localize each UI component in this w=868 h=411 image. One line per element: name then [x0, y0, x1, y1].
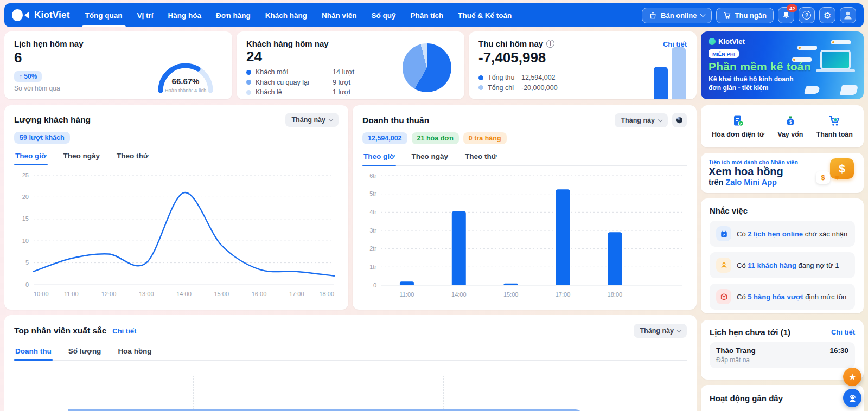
upcoming-detail-link[interactable]: Chi tiết	[831, 328, 855, 336]
nav-item-don-hang[interactable]: Đơn hàng	[216, 3, 251, 27]
appointments-change-badge: ↑ 50%	[14, 71, 42, 82]
top-staff-period-dropdown[interactable]: Tháng này	[634, 324, 687, 338]
cashflow-today-card: Thu chi hôm nay i Chi tiết -7,405,998 Tổ…	[469, 31, 697, 99]
svg-text:5: 5	[25, 259, 29, 266]
support-floating-button[interactable]	[843, 389, 861, 407]
reminder-stock-limit[interactable]: Có 5 hàng hóa vượt định mức tồn	[710, 284, 855, 310]
legend-value: 1 lượt	[333, 88, 361, 96]
quick-link-loans[interactable]: $ Vay vốn	[777, 114, 803, 138]
legend-label: Khách mới	[256, 68, 325, 76]
quick-link-label: Hóa đơn điện tử	[712, 131, 764, 138]
tab-doanh-thu[interactable]: Doanh thu	[14, 346, 53, 360]
user-icon	[716, 258, 731, 273]
legend-dot	[246, 80, 251, 85]
reminder-online-appointments[interactable]: Có 2 lịch hẹn online chờ xác nhận	[710, 221, 855, 247]
right-sidebar: KiotViet MIỄN PHÍ Phần mềm kế toán Kê kh…	[701, 31, 864, 411]
revenue-period-dropdown[interactable]: Tháng này	[615, 113, 668, 127]
help-button[interactable]: ?	[799, 7, 815, 23]
svg-text:Hoàn thành: 4 lịch: Hoàn thành: 4 lịch	[165, 87, 207, 93]
quick-link-label: Thanh toán	[816, 131, 853, 138]
ban-online-button[interactable]: Bán online	[642, 8, 711, 23]
reminders-title: Nhắc việc	[710, 206, 855, 215]
reminder-link: 11 khách hàng	[748, 261, 796, 269]
tab-theo-gio[interactable]: Theo giờ	[362, 151, 396, 165]
quick-links-card: Hóa đơn điện tử $ Vay vốn Thanh toán	[701, 105, 864, 147]
legend-label: Tổng chi	[488, 84, 521, 92]
e-invoice-icon	[732, 114, 745, 127]
chevron-down-icon	[700, 11, 705, 17]
top-staff-card: Top nhân viên xuất sắc Chi tiết Tháng nà…	[4, 315, 697, 411]
zalo-app-link: Zalo Mini App	[725, 178, 777, 187]
svg-text:2tr: 2tr	[369, 245, 376, 252]
nav-item-vi-tri[interactable]: Vị trí	[137, 3, 154, 27]
nav-item-nhan-vien[interactable]: Nhân viên	[322, 3, 357, 27]
settings-button[interactable]: ⚙	[819, 7, 835, 23]
reminder-text: đang nợ từ 1	[796, 261, 839, 269]
nav-item-hang-hoa[interactable]: Hàng hóa	[168, 3, 202, 27]
visitors-period-dropdown[interactable]: Tháng này	[285, 113, 339, 127]
appointment-item[interactable]: Thảo Trang 16:30 Đắp mặt nạ	[710, 342, 855, 368]
tab-theo-thu[interactable]: Theo thứ	[116, 151, 150, 165]
nav-item-phan-tich[interactable]: Phân tích	[410, 3, 443, 27]
zalo-mini-app-banner[interactable]: Tiện ích mới dành cho Nhân viên Xem hoa …	[701, 153, 864, 193]
svg-text:14:00: 14:00	[451, 291, 467, 298]
legend-label: Khách cũ quay lại	[256, 79, 325, 86]
top-staff-detail-link[interactable]: Chi tiết	[112, 327, 136, 335]
quick-link-payments[interactable]: Thanh toán	[816, 114, 853, 138]
reminder-customer-debt[interactable]: Có 11 khách hàng đang nợ từ 1	[710, 252, 855, 278]
thu-ngan-label: Thu ngân	[735, 11, 767, 20]
accounting-promo-banner[interactable]: KiotViet MIỄN PHÍ Phần mềm kế toán Kê kh…	[701, 31, 864, 99]
legend-value: 14 lượt	[333, 68, 361, 76]
box-icon	[716, 289, 731, 304]
pie-chart-icon	[675, 116, 684, 124]
chevron-down-icon	[658, 117, 662, 121]
pie-view-toggle-button[interactable]	[672, 113, 687, 127]
top-staff-bar-chart	[14, 367, 687, 411]
mini-bar	[654, 67, 668, 99]
tab-theo-ngay[interactable]: Theo ngày	[62, 151, 101, 165]
dashboard-content: Lịch hẹn hôm nay 6 ↑ 50% So với hôm qua …	[4, 31, 697, 411]
calendar-icon	[716, 226, 731, 241]
invoice-count-badge: 21 hóa đơn	[412, 132, 459, 144]
tab-theo-thu[interactable]: Theo thứ	[464, 151, 498, 165]
tab-so-luong[interactable]: Số lượng	[67, 346, 103, 360]
visitors-count-badge: 59 lượt khách	[14, 132, 70, 144]
revenue-badges: 12,594,002 21 hóa đơn 0 trả hàng	[362, 132, 687, 144]
upcoming-appointments-card: Lịch hẹn chưa tới (1) Chi tiết Thảo Tran…	[701, 320, 864, 380]
thu-ngan-button[interactable]: Thu ngân	[716, 8, 774, 23]
avatar-icon	[843, 10, 853, 21]
revenue-amount-badge: 12,594,002	[362, 132, 407, 144]
banner-brand: KiotViet	[718, 37, 745, 46]
book-illustration	[804, 86, 820, 94]
svg-text:12:00: 12:00	[101, 291, 117, 297]
tab-theo-gio[interactable]: Theo giờ	[14, 151, 48, 165]
brand-name: KiotViet	[34, 10, 70, 21]
reminder-link: 2 lịch hẹn online	[748, 230, 803, 238]
appointments-title: Lịch hẹn hôm nay	[14, 39, 222, 48]
nav-item-thue-ke-toan[interactable]: Thuế & Kế toán	[458, 3, 512, 27]
notifications-button[interactable]: 42	[778, 7, 794, 23]
svg-text:5tr: 5tr	[369, 190, 376, 197]
legend-label: Tổng thu	[488, 74, 521, 81]
svg-text:4tr: 4tr	[369, 209, 376, 215]
nav-item-khach-hang[interactable]: Khách hàng	[265, 3, 307, 27]
rewards-floating-button[interactable]: ★	[843, 368, 861, 386]
visitors-chart-title: Lượng khách hàng	[14, 115, 91, 125]
top-staff-tabs: Doanh thu Số lượng Hoa hồng	[14, 346, 687, 361]
dollar-bubble-small-icon: $	[816, 171, 830, 184]
nav-item-tong-quan[interactable]: Tổng quan	[85, 3, 123, 27]
svg-text:18:00: 18:00	[608, 291, 623, 298]
tab-theo-ngay[interactable]: Theo ngày	[411, 151, 450, 165]
tab-hoa-hong[interactable]: Hoa hồng	[117, 346, 152, 360]
account-button[interactable]	[840, 7, 856, 23]
quick-link-e-invoice[interactable]: Hóa đơn điện tử	[712, 114, 764, 138]
appointments-today-card: Lịch hẹn hôm nay 6 ↑ 50% So với hôm qua …	[4, 31, 232, 99]
bell-icon	[782, 11, 790, 20]
revenue-tabs: Theo giờ Theo ngày Theo thứ	[362, 151, 687, 166]
info-icon[interactable]: i	[546, 40, 554, 48]
nav-item-so-quy[interactable]: Sổ quỹ	[371, 3, 395, 27]
revenue-chart-card: Doanh thu thuần Tháng này 12,594,002 21 …	[353, 105, 697, 310]
free-badge: MIỄN PHÍ	[709, 49, 739, 58]
header-actions: Bán online Thu ngân 42 ? ⚙	[642, 7, 856, 23]
svg-text:3tr: 3tr	[369, 227, 376, 234]
